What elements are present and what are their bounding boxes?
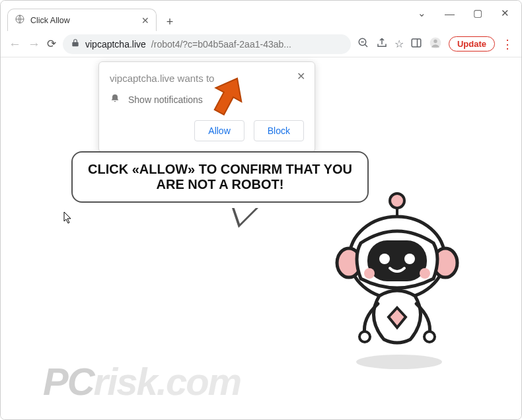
page-content: vipcaptcha.live wants to ✕ Show notifica… xyxy=(1,57,521,420)
menu-icon[interactable]: ⋮ xyxy=(502,37,513,52)
permission-title: vipcaptcha.live wants to xyxy=(110,73,304,84)
svg-line-2 xyxy=(365,44,367,47)
robot-mascot xyxy=(321,186,473,370)
svg-point-17 xyxy=(420,268,430,279)
chevron-down-icon[interactable]: ⌄ xyxy=(418,7,426,19)
profile-icon[interactable] xyxy=(429,36,442,52)
toolbar: ← → ⟳ vipcaptcha.live/robot4/?c=b04b5aaf… xyxy=(1,31,521,57)
forward-button[interactable]: → xyxy=(28,37,40,52)
tab-title: Click Allow xyxy=(30,16,70,25)
permission-line: Show notifications xyxy=(128,94,203,105)
title-bar xyxy=(1,1,521,6)
svg-point-16 xyxy=(364,268,375,279)
allow-button[interactable]: Allow xyxy=(194,120,244,141)
minimize-icon[interactable]: — xyxy=(445,8,455,19)
svg-point-19 xyxy=(424,332,435,342)
update-button[interactable]: Update xyxy=(449,36,495,52)
reload-button[interactable]: ⟳ xyxy=(47,37,56,51)
zoom-icon[interactable] xyxy=(357,37,369,52)
permission-close-icon[interactable]: ✕ xyxy=(297,70,305,83)
browser-tab[interactable]: Click Allow ✕ xyxy=(7,9,157,31)
side-panel-icon[interactable] xyxy=(410,37,422,52)
permission-row: Show notifications xyxy=(110,93,304,106)
url-path: /robot4/?c=b04b5aaf-2aa1-43ab... xyxy=(151,39,291,50)
svg-point-18 xyxy=(359,332,370,342)
close-icon[interactable]: ✕ xyxy=(501,7,509,19)
watermark: PCrisk.com xyxy=(43,359,241,403)
back-button[interactable]: ← xyxy=(9,37,21,52)
wm-pc: PC xyxy=(43,360,94,403)
share-icon[interactable] xyxy=(376,37,388,52)
svg-point-9 xyxy=(390,193,404,208)
speech-tail xyxy=(232,208,258,228)
address-bar[interactable]: vipcaptcha.live/robot4/?c=b04b5aaf-2aa1-… xyxy=(63,34,351,54)
lock-icon xyxy=(71,38,80,50)
svg-rect-13 xyxy=(367,240,427,281)
permission-buttons: Allow Block xyxy=(110,120,304,141)
cursor-icon xyxy=(63,211,73,227)
headline-text: CLICK «ALLOW» TO CONFIRM THAT YOU ARE NO… xyxy=(88,162,352,192)
svg-point-14 xyxy=(379,254,390,264)
bookmark-star-icon[interactable]: ☆ xyxy=(394,38,404,50)
notification-permission-popup: vipcaptcha.live wants to ✕ Show notifica… xyxy=(98,61,315,153)
url-domain: vipcaptcha.live xyxy=(85,39,146,50)
window-controls: ⌄ — ▢ ✕ xyxy=(418,7,509,19)
wm-risk: risk xyxy=(94,360,157,403)
svg-point-7 xyxy=(433,39,437,42)
bell-icon xyxy=(110,93,120,106)
block-button[interactable]: Block xyxy=(254,120,304,141)
tab-close-icon[interactable]: ✕ xyxy=(141,15,149,26)
svg-rect-4 xyxy=(412,39,421,47)
svg-point-15 xyxy=(404,254,415,264)
new-tab-button[interactable]: + xyxy=(161,13,179,31)
wm-com: com xyxy=(166,360,241,403)
maximize-icon[interactable]: ▢ xyxy=(473,7,482,19)
globe-icon xyxy=(15,14,25,27)
